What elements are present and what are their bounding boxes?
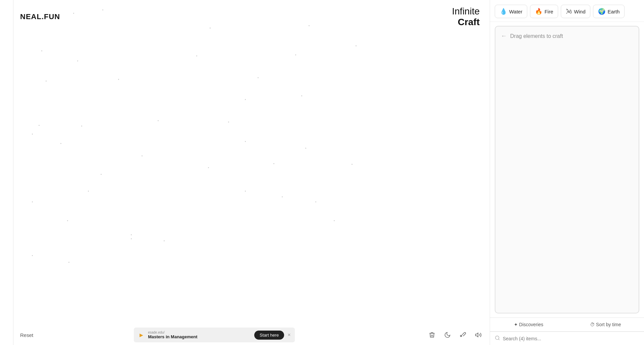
ad-cta-button[interactable]: Start here xyxy=(254,331,284,340)
sound-icon[interactable] xyxy=(474,330,483,340)
sort-by-time-tab[interactable]: ⏱ Sort by time xyxy=(567,318,644,331)
canvas-area[interactable]: NEAL.FUN Infinite Craft Reset ▶ esade.ed… xyxy=(13,0,490,345)
wind-emoji: 🌬 xyxy=(566,8,572,15)
wind-label: Wind xyxy=(574,9,585,14)
ad-banner: ▶ esade.edu/ Masters in Management Start… xyxy=(134,328,295,342)
canvas-dot xyxy=(334,220,335,221)
canvas-dot xyxy=(142,155,143,156)
canvas-dot xyxy=(101,174,102,175)
earth-label: Earth xyxy=(607,9,620,14)
canvas-dot xyxy=(158,120,159,121)
search-icon xyxy=(495,335,500,342)
canvas-dot xyxy=(352,164,353,165)
canvas-dot xyxy=(164,240,165,241)
canvas-dot xyxy=(32,201,33,202)
canvas-dot xyxy=(356,45,357,46)
canvas-dot xyxy=(68,262,69,263)
drop-zone[interactable]: ← Drag elements to craft xyxy=(495,26,639,313)
canvas-dot xyxy=(60,143,61,144)
canvas-dot xyxy=(118,79,119,80)
canvas-dot xyxy=(208,167,209,168)
drop-arrow-icon: ← xyxy=(501,33,507,40)
canvas-dot xyxy=(245,191,246,192)
canvas-dot xyxy=(39,125,40,126)
search-bar xyxy=(490,332,644,345)
element-chip-fire[interactable]: 🔥Fire xyxy=(530,5,558,18)
game-title: Infinite Craft xyxy=(452,6,480,28)
element-chip-water[interactable]: 💧Water xyxy=(495,5,527,18)
canvas-dot xyxy=(81,126,82,127)
canvas-dot xyxy=(46,81,47,82)
drop-hint: ← Drag elements to craft xyxy=(501,33,563,40)
canvas-dot xyxy=(196,55,197,56)
bottom-icons xyxy=(427,330,483,340)
reset-button[interactable]: Reset xyxy=(20,332,33,338)
element-chip-earth[interactable]: 🌍Earth xyxy=(593,5,625,18)
canvas-dot xyxy=(131,238,132,239)
elements-grid: 💧Water🔥Fire🌬Wind🌍Earth xyxy=(490,0,644,22)
canvas-dot xyxy=(131,234,132,235)
brush-icon[interactable] xyxy=(458,330,468,340)
trash-icon[interactable] xyxy=(427,330,437,340)
fire-emoji: 🔥 xyxy=(535,8,542,15)
panel-bottom: ✦ Discoveries ⏱ Sort by time xyxy=(490,317,644,345)
canvas-dot xyxy=(77,60,78,61)
svg-marker-0 xyxy=(476,333,478,337)
drop-hint-text: Drag elements to craft xyxy=(510,33,563,39)
canvas-dot xyxy=(32,134,33,135)
canvas-dot xyxy=(315,201,316,202)
canvas-dot xyxy=(282,196,283,197)
canvas-dot xyxy=(67,220,68,221)
canvas-dot xyxy=(258,77,259,78)
canvas-dot xyxy=(228,121,229,122)
canvas-dot xyxy=(295,54,296,55)
moon-icon[interactable] xyxy=(443,330,452,340)
canvas-dot xyxy=(41,50,42,51)
canvas-dot xyxy=(245,99,246,100)
canvas-dot xyxy=(32,255,33,256)
canvas-dot xyxy=(88,191,89,192)
logo: NEAL.FUN xyxy=(20,12,60,21)
ad-text: esade.edu/ Masters in Management xyxy=(148,331,251,339)
element-chip-wind[interactable]: 🌬Wind xyxy=(561,5,590,18)
search-input[interactable] xyxy=(503,336,639,341)
canvas-dot xyxy=(245,141,246,142)
canvas-dot xyxy=(305,148,306,149)
water-label: Water xyxy=(509,9,522,14)
svg-point-1 xyxy=(495,336,499,340)
discoveries-tab[interactable]: ✦ Discoveries xyxy=(490,318,567,331)
left-strip xyxy=(0,0,13,345)
bottom-bar: Reset ▶ esade.edu/ Masters in Management… xyxy=(13,325,490,345)
earth-emoji: 🌍 xyxy=(598,8,605,15)
ad-play-icon: ▶ xyxy=(138,332,145,338)
right-panel: 💧Water🔥Fire🌬Wind🌍Earth ← Drag elements t… xyxy=(490,0,644,345)
panel-tabs: ✦ Discoveries ⏱ Sort by time xyxy=(490,318,644,332)
water-emoji: 💧 xyxy=(500,8,507,15)
fire-label: Fire xyxy=(544,9,553,14)
canvas-dot xyxy=(273,163,274,164)
canvas-dot xyxy=(301,95,302,96)
header: NEAL.FUN Infinite Craft xyxy=(13,0,490,34)
ad-close-icon[interactable]: ✕ xyxy=(287,333,291,337)
svg-line-2 xyxy=(498,339,499,340)
